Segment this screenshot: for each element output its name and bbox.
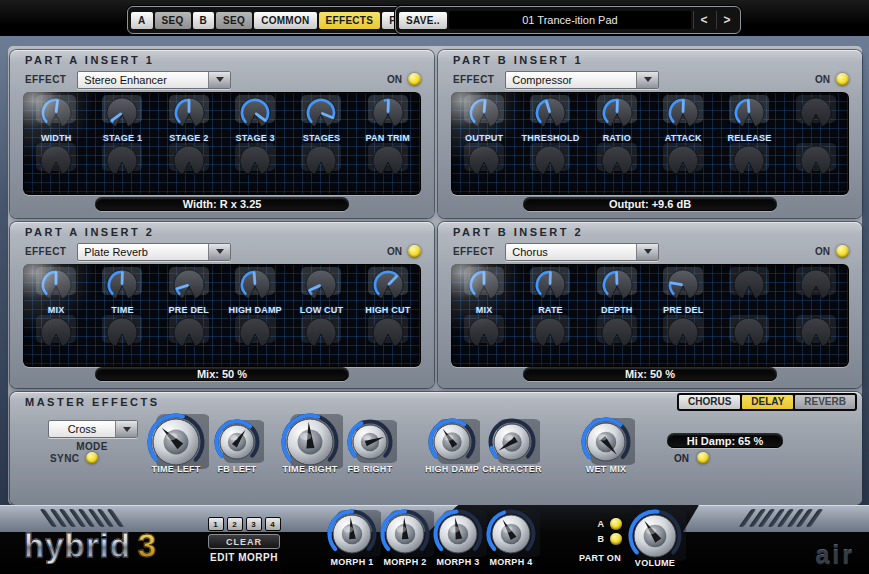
knob-label: THRESHOLD xyxy=(522,133,580,143)
knob-wet-mix[interactable]: WET MIX xyxy=(577,413,635,474)
knob-stage-2[interactable]: STAGE 2 xyxy=(156,95,222,143)
effect-select[interactable]: Stereo Enhancer xyxy=(77,71,231,89)
tab-part-b[interactable]: B xyxy=(193,12,215,29)
on-led[interactable] xyxy=(408,73,421,86)
part-b-insert-1-panel: PART B INSERT 1 EFFECT Compressor ON OUT… xyxy=(438,50,862,218)
inactive-knob xyxy=(650,315,716,355)
knob-mix[interactable]: MIX xyxy=(23,267,89,315)
knob-high-damp[interactable]: HIGH DAMP xyxy=(222,267,288,315)
knob-stage-3[interactable]: STAGE 3 xyxy=(222,95,288,143)
part-b-led[interactable] xyxy=(610,533,622,545)
knob-stages[interactable]: STAGES xyxy=(288,95,354,143)
knob-high-damp[interactable]: HIGH DAMP xyxy=(424,414,480,474)
tab-effects[interactable]: EFFECTS xyxy=(319,12,381,29)
knob-stage-1[interactable]: STAGE 1 xyxy=(89,95,155,143)
inactive-knob xyxy=(288,315,354,355)
part-a-label: A xyxy=(598,519,605,529)
knob-rate[interactable]: RATE xyxy=(517,267,583,315)
knob-pan-trim[interactable]: PAN TRIM xyxy=(355,95,421,143)
part-a-led[interactable] xyxy=(610,518,622,530)
top-bar: A SEQ B SEQ COMMON EFFECTS PART PRESETS … xyxy=(0,0,869,36)
preset-display[interactable]: 01 Trance-ition Pad xyxy=(449,11,691,29)
knob-morph-3[interactable]: MORPH 3 xyxy=(429,505,487,567)
preset-prev-button[interactable]: < xyxy=(693,11,714,29)
knob-label: TIME xyxy=(111,305,133,315)
knob-label: PAN TRIM xyxy=(366,133,410,143)
knob-label: WET MIX xyxy=(586,464,627,474)
effect-select[interactable]: Plate Reverb xyxy=(77,243,231,261)
plugin-window: A SEQ B SEQ COMMON EFFECTS PART PRESETS … xyxy=(0,0,869,574)
knob-label: MORPH 2 xyxy=(383,557,426,567)
inactive-knob xyxy=(89,315,155,355)
knob-ratio[interactable]: RATIO xyxy=(584,95,650,143)
empty-knob-slot xyxy=(783,95,849,143)
knob-label: WIDTH xyxy=(41,133,72,143)
part-a-insert-1-panel: PART A INSERT 1 EFFECT Stereo Enhancer O… xyxy=(10,50,434,218)
knob-low-cut[interactable]: LOW CUT xyxy=(288,267,354,315)
knob-width[interactable]: WIDTH xyxy=(23,95,89,143)
inactive-knob xyxy=(783,143,849,183)
knob-pre-del[interactable]: PRE DEL xyxy=(156,267,222,315)
knob-depth[interactable]: DEPTH xyxy=(584,267,650,315)
knob-character[interactable]: CHARACTER xyxy=(484,414,540,474)
on-led[interactable] xyxy=(408,245,421,258)
knob-morph-1[interactable]: MORPH 1 xyxy=(323,505,381,567)
inactive-knob xyxy=(517,315,583,355)
knob-label: FB LEFT xyxy=(217,464,256,474)
knob-high-cut[interactable]: HIGH CUT xyxy=(355,267,421,315)
save-button[interactable]: SAVE.. xyxy=(399,12,447,29)
knob-label: HIGH DAMP xyxy=(228,305,281,315)
tab-seq-a[interactable]: SEQ xyxy=(155,12,191,29)
knob-label: HIGH CUT xyxy=(365,305,410,315)
on-led[interactable] xyxy=(836,73,849,86)
effect-select[interactable]: Compressor xyxy=(505,71,659,89)
on-label: ON xyxy=(387,246,402,257)
inactive-knob xyxy=(23,315,89,355)
tab-part-a[interactable]: A xyxy=(131,12,153,29)
inactive-knob xyxy=(451,143,517,183)
knob-fb-right[interactable]: FB RIGHT xyxy=(343,415,397,474)
tab-common[interactable]: COMMON xyxy=(254,12,316,29)
knob-release[interactable]: RELEASE xyxy=(716,95,782,143)
knob-grid: MIXTIMEPRE DELHIGH DAMPLOW CUTHIGH CUT xyxy=(23,264,421,367)
knob-time-right[interactable]: TIME RIGHT xyxy=(277,409,343,474)
knob-pre-del[interactable]: PRE DEL xyxy=(650,267,716,315)
on-led[interactable] xyxy=(836,245,849,258)
inactive-knob xyxy=(650,143,716,183)
knob-label: ATTACK xyxy=(665,133,702,143)
knob-mix[interactable]: MIX xyxy=(451,267,517,315)
empty-knob-slot xyxy=(716,267,782,315)
effect-select[interactable]: Chorus xyxy=(505,243,659,261)
knob-label: PRE DEL xyxy=(663,305,703,315)
tab-seq-b[interactable]: SEQ xyxy=(216,12,252,29)
inactive-knob xyxy=(222,315,288,355)
knob-label: DEPTH xyxy=(601,305,633,315)
knob-attack[interactable]: ATTACK xyxy=(650,95,716,143)
knob-label: PRE DEL xyxy=(169,305,209,315)
knob-grid: MIXRATEDEPTHPRE DEL xyxy=(451,264,849,367)
effects-frame: PART A INSERT 1 EFFECT Stereo Enhancer O… xyxy=(0,36,869,505)
effect-label: EFFECT xyxy=(25,246,66,257)
knob-label: TIME LEFT xyxy=(151,464,200,474)
inactive-knob xyxy=(156,143,222,183)
knob-output[interactable]: OUTPUT xyxy=(451,95,517,143)
master-on-led[interactable] xyxy=(697,452,709,464)
effect-value: Stereo Enhancer xyxy=(78,72,208,88)
knob-time[interactable]: TIME xyxy=(89,267,155,315)
knob-time-left[interactable]: TIME LEFT xyxy=(143,409,209,474)
knob-morph-2[interactable]: MORPH 2 xyxy=(376,505,434,567)
knob-label: MORPH 3 xyxy=(436,557,479,567)
inactive-knob xyxy=(156,315,222,355)
value-display: Width: R x 3.25 xyxy=(95,197,349,211)
knob-label: STAGE 1 xyxy=(103,133,142,143)
inactive-knob xyxy=(716,315,782,355)
on-label: ON xyxy=(815,246,830,257)
knob-threshold[interactable]: THRESHOLD xyxy=(517,95,583,143)
part-on-group: A B xyxy=(578,518,622,545)
master-effects-panel: MASTER EFFECTS CHORUS DELAY REVERB Cross… xyxy=(10,392,862,505)
preset-next-button[interactable]: > xyxy=(716,11,737,29)
knob-label: RELEASE xyxy=(728,133,772,143)
knob-morph-4[interactable]: MORPH 4 xyxy=(482,505,540,567)
knob-label: CHARACTER xyxy=(482,464,542,474)
knob-fb-left[interactable]: FB LEFT xyxy=(210,415,264,474)
